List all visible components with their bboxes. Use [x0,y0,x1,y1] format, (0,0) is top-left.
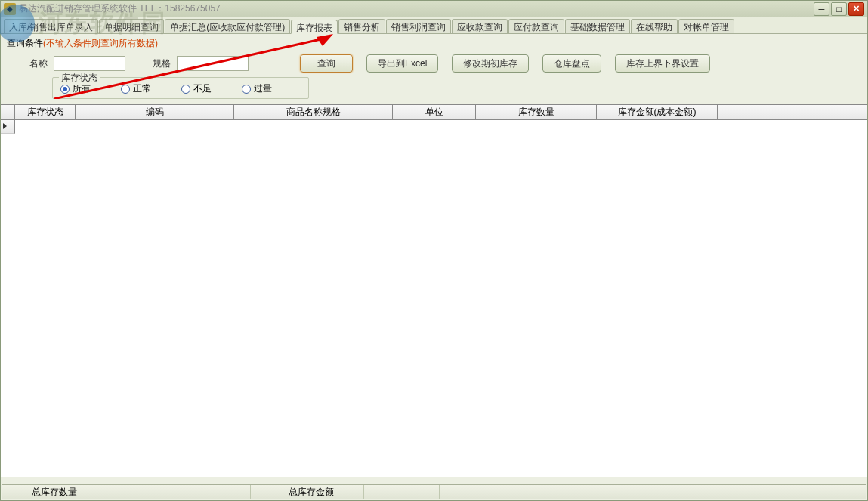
name-input[interactable] [54,56,125,71]
tab-1[interactable]: 单据明细查询 [99,19,164,33]
radio-dot-icon [60,85,70,94]
window-title: 易达汽配进销存管理系统软件 TEL：15825675057 [19,2,814,15]
column-header-0[interactable]: 库存状态 [15,105,76,119]
tab-4[interactable]: 销售分析 [338,19,385,33]
table-body [1,120,867,477]
column-header-2[interactable]: 商品名称规格 [234,105,393,119]
radio-dot-icon [181,85,190,94]
search-title: 查询条件(不输入条件则查询所有数据) [7,37,861,50]
tab-7[interactable]: 应付款查询 [508,19,564,33]
tab-2[interactable]: 单据汇总(应收款应付款管理) [165,19,290,33]
status-bar: 总库存数量 总库存金额 [2,484,866,499]
column-header-4[interactable]: 库存数量 [476,105,597,119]
radio-label: 正常 [133,82,151,95]
search-title-prefix: 查询条件 [7,38,43,48]
search-panel: 查询条件(不输入条件则查询所有数据) 名称 规格 查询 导出到Excel 修改期… [1,34,867,104]
table-header: 库存状态编码商品名称规格单位库存数量库存金额(成本金额) [1,105,867,120]
radio-group-label: 库存状态 [59,72,100,85]
tab-3[interactable]: 库存报表 [291,20,338,34]
spec-input[interactable] [177,56,249,71]
minimize-button[interactable]: ─ [814,2,829,16]
radio-label: 不足 [193,82,212,95]
radio-option-3[interactable]: 过量 [242,82,272,95]
stock-status-radio-group: 库存状态 所有正常不足过量 [52,77,309,99]
radio-dot-icon [242,85,251,94]
total-qty-label: 总库存数量 [2,485,175,499]
titlebar: ◆ 易达汽配进销存管理系统软件 TEL：15825675057 ─ □ ✕ [1,1,867,17]
tab-10[interactable]: 对帐单管理 [678,19,734,33]
total-amount-value [364,485,440,499]
warehouse-check-button[interactable]: 仓库盘点 [542,54,601,73]
radio-label: 过量 [254,82,272,95]
radio-dot-icon [121,85,130,94]
current-row-indicator [1,120,15,134]
tab-0[interactable]: 入库/销售出库单录入 [4,19,98,33]
total-amount-label: 总库存金额 [251,485,364,499]
radio-option-1[interactable]: 正常 [121,82,151,95]
total-qty-value [175,485,251,499]
close-button[interactable]: ✕ [848,2,864,16]
maximize-button[interactable]: □ [831,2,847,16]
tab-9[interactable]: 在线帮助 [631,19,678,33]
query-button[interactable]: 查询 [300,54,353,73]
tab-bar: 入库/销售出库单录入单据明细查询单据汇总(应收款应付款管理)库存报表销售分析销售… [1,17,867,34]
export-excel-button[interactable]: 导出到Excel [366,54,438,73]
column-header-3[interactable]: 单位 [393,105,476,119]
column-header-5[interactable]: 库存金额(成本金额) [597,105,718,119]
search-title-hint: (不输入条件则查询所有数据) [43,38,158,48]
row-header-corner [1,105,15,119]
name-label: 名称 [29,57,48,70]
tab-5[interactable]: 销售利润查询 [386,19,451,33]
stock-bounds-button[interactable]: 库存上界下界设置 [615,54,710,73]
tab-8[interactable]: 基础数据管理 [565,19,630,33]
data-table: 库存状态编码商品名称规格单位库存数量库存金额(成本金额) [1,104,867,477]
spec-label: 规格 [153,57,171,70]
radio-option-2[interactable]: 不足 [181,82,212,95]
column-header-1[interactable]: 编码 [76,105,234,119]
modify-initial-stock-button[interactable]: 修改期初库存 [452,54,529,73]
tab-6[interactable]: 应收款查询 [452,19,508,33]
app-icon: ◆ [4,3,16,15]
